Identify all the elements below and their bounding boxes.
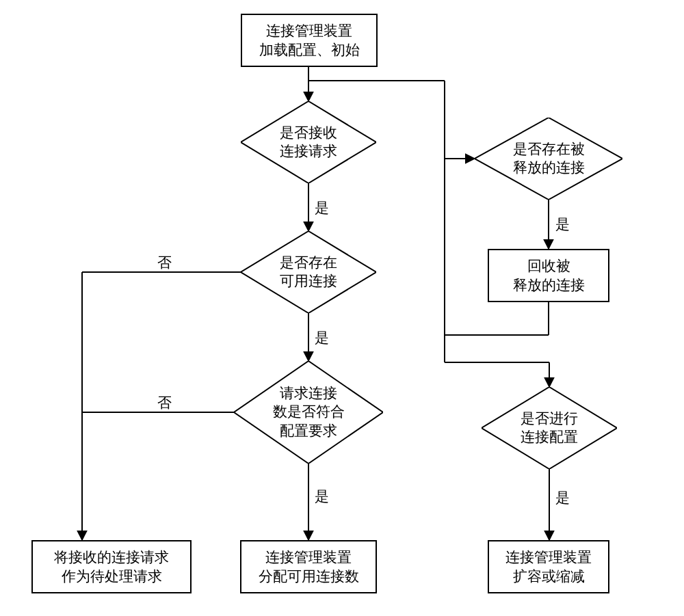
line: 释放的连接 (513, 277, 585, 293)
label-yes: 是 (315, 487, 329, 506)
decision-label: 请求连接 数是否符合 配置要求 (234, 361, 383, 464)
line: 连接管理装置 (266, 23, 352, 39)
decision-label: 是否进行 连接配置 (482, 387, 617, 469)
decision-receive-request: 是否接收 连接请求 (241, 101, 376, 183)
text: 回收被 释放的连接 (513, 256, 585, 295)
text: 将接收的连接请求 作为待处理请求 (54, 548, 169, 587)
decision-available-connection: 是否存在 可用连接 (241, 231, 376, 313)
process-pending-request: 将接收的连接请求 作为待处理请求 (31, 540, 192, 593)
label-yes: 是 (315, 328, 329, 347)
process-start: 连接管理装置 加载配置、初始 (241, 14, 378, 67)
line: 连接管理装置 (265, 549, 352, 565)
line: 是否接收 (280, 124, 337, 141)
line: 分配可用连接数 (259, 568, 359, 585)
decision-label: 是否存在 可用连接 (241, 231, 376, 313)
text: 连接管理装置 扩容或缩减 (505, 548, 592, 587)
label-yes: 是 (555, 215, 570, 234)
line: 数是否符合 (273, 403, 345, 420)
line: 连接管理装置 (505, 549, 592, 565)
line: 作为待处理请求 (62, 568, 162, 585)
line: 配置要求 (280, 423, 337, 439)
line: 请求连接 (280, 385, 337, 401)
line: 回收被 (527, 258, 570, 274)
line: 是否存在 (280, 254, 337, 271)
decision-label: 是否接收 连接请求 (241, 101, 376, 183)
decision-released-exists: 是否存在被 释放的连接 (475, 118, 622, 200)
line: 加载配置、初始 (259, 42, 360, 58)
line: 连接请求 (280, 143, 337, 159)
decision-do-config: 是否进行 连接配置 (482, 387, 617, 469)
line: 是否存在被 (513, 141, 585, 157)
process-scale: 连接管理装置 扩容或缩减 (488, 540, 609, 593)
process-allocate: 连接管理装置 分配可用连接数 (240, 540, 377, 593)
process-start-text: 连接管理装置 加载配置、初始 (259, 21, 360, 60)
line: 扩容或缩减 (513, 568, 585, 585)
line: 是否进行 (521, 410, 578, 427)
line: 释放的连接 (513, 159, 585, 176)
decision-config-ok: 请求连接 数是否符合 配置要求 (234, 361, 383, 464)
line: 连接配置 (521, 429, 578, 445)
label-no: 否 (157, 393, 172, 412)
process-recover: 回收被 释放的连接 (488, 249, 609, 302)
label-yes: 是 (555, 488, 570, 507)
line: 将接收的连接请求 (54, 549, 169, 565)
decision-label: 是否存在被 释放的连接 (475, 118, 622, 200)
text: 连接管理装置 分配可用连接数 (259, 548, 359, 587)
line: 可用连接 (280, 273, 337, 289)
label-yes: 是 (315, 198, 329, 217)
label-no: 否 (157, 253, 172, 272)
